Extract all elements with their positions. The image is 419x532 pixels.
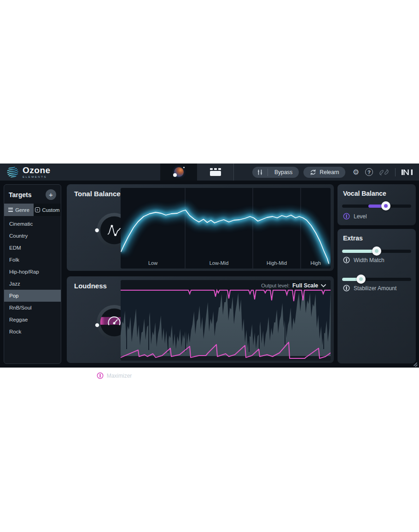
output-level-label: Output level:: [261, 283, 290, 288]
vocal-balance-panel: Vocal Balance Level: [338, 184, 416, 225]
targets-panel: Targets + Genre + Custom CinematicCountr…: [4, 184, 61, 364]
band-label: High: [310, 260, 321, 266]
chevron-down-icon: [321, 284, 326, 287]
genre-item[interactable]: EDM: [4, 242, 61, 254]
top-bar: Ozone ELEMENTS By: [0, 164, 419, 181]
ozone-logo-icon: [6, 166, 19, 178]
stabilizer-amount-label: Stabilizer Amount: [354, 285, 396, 292]
level-slider-thumb[interactable]: [381, 201, 390, 210]
meter-icon: [252, 167, 268, 178]
width-match-power-icon[interactable]: [343, 257, 350, 263]
width-match-slider[interactable]: [342, 246, 411, 256]
relearn-label: Relearn: [320, 169, 339, 175]
vocal-balance-title: Vocal Balance: [343, 190, 386, 197]
band-label: High-Mid: [267, 260, 287, 266]
app-logo: Ozone ELEMENTS: [0, 166, 160, 178]
level-power-icon[interactable]: [343, 213, 350, 220]
tonal-balance-title: Tonal Balance: [74, 190, 121, 198]
native-instruments-logo: [402, 169, 413, 176]
genre-item[interactable]: Rock: [4, 326, 61, 338]
stabilizer-amount-slider[interactable]: [342, 275, 411, 284]
genre-item[interactable]: Country: [4, 230, 61, 242]
bypass-label: Bypass: [268, 169, 299, 175]
genre-item[interactable]: Cinematic: [4, 218, 61, 230]
genre-item[interactable]: Pop: [4, 290, 61, 302]
genre-tab-label: Genre: [15, 207, 29, 213]
custom-tab-label: Custom: [42, 207, 60, 213]
loudness-title: Loudness: [74, 282, 107, 290]
bypass-button[interactable]: Bypass: [252, 167, 299, 178]
genre-item[interactable]: RnB/Soul: [4, 302, 61, 314]
stabilizer-power-icon[interactable]: [343, 285, 350, 292]
output-level-dropdown[interactable]: Output level: Full Scale: [261, 282, 326, 289]
genre-list: CinematicCountryEDMFolkHip-hop/RapJazzPo…: [4, 218, 61, 338]
modules-icon: [210, 168, 221, 176]
tonal-balance-display: LowLow-MidHigh-MidHigh: [121, 188, 331, 269]
tab-custom[interactable]: + Custom: [34, 204, 61, 216]
tab-modules-view[interactable]: [197, 164, 234, 181]
genre-item[interactable]: Hip-hop/Rap: [4, 266, 61, 278]
width-match-label: Width Match: [354, 257, 384, 263]
tab-assistant-view[interactable]: [160, 164, 197, 181]
tonal-balance-panel: Tonal Balance Equalizer: [67, 184, 334, 271]
loudness-panel: Loudness: [67, 276, 334, 363]
extras-title: Extras: [343, 234, 363, 242]
maximizer-power-icon[interactable]: [97, 372, 104, 379]
app-subtitle: ELEMENTS: [23, 175, 51, 178]
plugin-window: Ozone ELEMENTS By: [0, 164, 419, 368]
level-label: Level: [354, 213, 367, 220]
nks-link-icon[interactable]: [379, 169, 389, 176]
relearn-button[interactable]: Relearn: [303, 167, 345, 178]
genre-item[interactable]: Folk: [4, 254, 61, 266]
settings-gear-icon[interactable]: ⚙: [353, 168, 359, 176]
list-icon: [8, 208, 13, 212]
assistant-planet-icon: [174, 167, 184, 177]
loudness-display: Output level: Full Scale: [121, 280, 331, 361]
extras-panel: Extras Width Match Stabilizer Amount: [338, 229, 416, 363]
level-slider[interactable]: [342, 201, 411, 210]
tab-genre[interactable]: Genre: [4, 204, 34, 216]
output-level-value: Full Scale: [292, 282, 318, 289]
add-target-button[interactable]: +: [46, 189, 56, 200]
stabilizer-amount-thumb[interactable]: [356, 275, 366, 284]
help-icon[interactable]: ?: [365, 168, 373, 176]
window-resize-handle[interactable]: [413, 362, 418, 366]
band-label: Low: [148, 260, 157, 266]
targets-title: Targets: [9, 191, 32, 199]
plus-square-icon: +: [35, 207, 40, 212]
genre-item[interactable]: Jazz: [4, 278, 61, 290]
app-title: Ozone: [23, 166, 51, 175]
width-match-thumb[interactable]: [372, 246, 381, 256]
maximizer-label: Maximizer: [107, 373, 132, 379]
genre-item[interactable]: Reggae: [4, 314, 61, 326]
relearn-refresh-icon: [310, 169, 316, 175]
band-labels: LowLow-MidHigh-MidHigh: [121, 260, 331, 267]
band-label: Low-Mid: [210, 260, 229, 266]
